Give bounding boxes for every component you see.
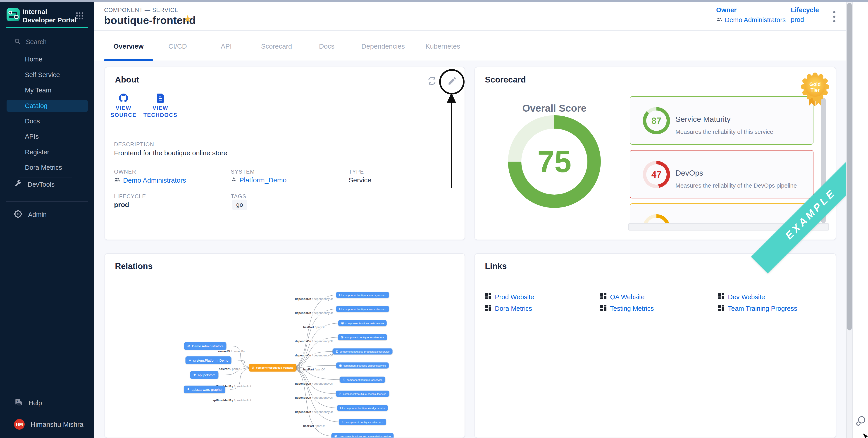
component-icon [252, 366, 254, 369]
sidebar-item-docs[interactable]: Docs [6, 115, 88, 127]
graph-node[interactable]: component:boutique-loadgenerator [337, 405, 388, 411]
avatar: HM [14, 419, 25, 430]
metric-gauge-ring: 47 [643, 161, 670, 188]
links-title: Links [485, 262, 507, 271]
relations-card: Relations ownerOf / ownedByhasPart / par… [104, 254, 465, 438]
edge-label: hasPart / partOf [302, 368, 326, 371]
refresh-icon[interactable] [427, 76, 437, 86]
graph-node[interactable]: system:Platform_Demo [186, 357, 231, 364]
sidebar-item-dora-metrics[interactable]: Dora Metrics [6, 161, 88, 174]
graph-node[interactable]: api:starwars-graphql [184, 385, 225, 393]
edge-label: dependsOn / dependencyOf [294, 297, 334, 301]
link-prod-website[interactable]: Prod Website [485, 293, 534, 301]
system-field-link[interactable]: Platform_Demo [231, 176, 286, 184]
owner-link[interactable]: Demo Administrators [716, 16, 786, 24]
link-dora-metrics[interactable]: Dora Metrics [485, 305, 532, 312]
graph-node[interactable]: component:boutique-productcatalogservice [333, 348, 393, 355]
about-title: About [115, 75, 139, 85]
graph-node[interactable]: component:boutique-adservice [340, 377, 385, 383]
graph-node[interactable]: component:boutique-emailservice [338, 334, 387, 340]
component-icon [339, 392, 341, 395]
graph-node[interactable]: Demo Administrators [184, 342, 226, 350]
annotation-arrowhead [447, 93, 456, 103]
search-input[interactable]: Search [14, 38, 46, 46]
metric-card-security-standards[interactable]: 74 Security Standards Measures how secur… [630, 203, 813, 224]
metric-score: 74 [651, 223, 662, 224]
metric-description: Measures the reliability of this service [676, 128, 773, 135]
sidebar-item-catalog[interactable]: Catalog [6, 100, 88, 112]
more-options-kebab-icon[interactable] [831, 10, 838, 25]
sidebar-item-label: Register [25, 148, 49, 156]
sidebar-divider [20, 177, 72, 177]
chat-bubbles-icon[interactable] [855, 415, 867, 428]
annotation-arrow [451, 102, 452, 188]
tab-dependencies[interactable]: Dependencies [361, 42, 405, 50]
tab-overview[interactable]: Overview [113, 42, 144, 50]
graph-node[interactable]: api:petstore [190, 371, 218, 379]
star-icon[interactable]: ★ [183, 13, 192, 24]
edge-label: dependsOn / dependencyOf [294, 311, 334, 315]
gold-tier-badge: Gold Tier [800, 72, 830, 109]
tab-kubernetes[interactable]: Kubernetes [425, 42, 460, 50]
graph-node-label: component:boutique-paymentservice [343, 308, 386, 310]
graph-node[interactable]: component:boutique-paymentservice [336, 306, 389, 312]
owner-value: Demo Administrators [725, 16, 786, 24]
tab-docs[interactable]: Docs [319, 42, 335, 50]
link-testing-metrics[interactable]: Testing Metrics [600, 305, 654, 312]
portal-title: Internal Developer Portal [23, 7, 77, 24]
edge-label: hasPart / partOf [302, 424, 326, 428]
sidebar-item-label: Catalog [25, 102, 48, 110]
group-icon [114, 176, 120, 184]
github-icon[interactable] [118, 93, 129, 103]
techdocs-icon[interactable] [155, 93, 166, 103]
apps-grid-icon[interactable] [75, 12, 84, 21]
sidebar-item-home[interactable]: Home [6, 53, 88, 65]
dashboard-icon [600, 293, 607, 301]
graph-node-label: component:boutique-shippingservice [343, 364, 386, 367]
tab-api[interactable]: API [221, 42, 232, 50]
graph-node[interactable]: component:boutique-recommendationservice [331, 433, 394, 438]
tab-scorecard[interactable]: Scorecard [261, 42, 292, 50]
graph-node-label: component:boutique-checkoutservice [343, 392, 386, 395]
graph-node[interactable]: component:boutique-shippingservice [336, 363, 389, 369]
page-scrollbar-thumb[interactable] [847, 3, 852, 330]
tab-cicd[interactable]: CI/CD [168, 42, 187, 50]
sidebar-divider [6, 201, 88, 202]
graph-node[interactable]: component:boutique-currencyservice [336, 292, 389, 298]
view-source-link[interactable]: VIEW SOURCE [105, 104, 142, 119]
graph-node-label: component:boutique-productcatalogservice [340, 350, 390, 353]
link-team-training-progress[interactable]: Team Training Progress [718, 305, 797, 312]
graph-node-label: component:boutique-currencyservice [343, 294, 386, 296]
sidebar-item-devtools[interactable]: DevTools [14, 180, 55, 189]
search-underline [20, 50, 72, 51]
dashboard-icon [485, 305, 491, 312]
tag-chip[interactable]: go [232, 200, 247, 210]
sidebar-item-apis[interactable]: APIs [6, 130, 88, 143]
os-top-strip [0, 0, 868, 2]
graph-node[interactable]: component:boutique-checkoutservice [336, 391, 389, 397]
sidebar-item-register[interactable]: Register [6, 146, 88, 158]
sidebar-item-admin[interactable]: Admin [14, 210, 46, 220]
link-qa-website[interactable]: QA Website [600, 293, 645, 301]
sidebar-item-self-service[interactable]: Self Service [6, 69, 88, 81]
lifecycle-meta: Lifecycle prod [791, 6, 819, 24]
owner-field-link[interactable]: Demo Administrators [114, 176, 186, 184]
sidebar-item-my-team[interactable]: My Team [6, 84, 88, 96]
edge-label: ownerOf / ownedBy [217, 349, 246, 353]
group-icon [187, 344, 190, 348]
graph-node[interactable]: component:boutique-frontend [249, 364, 297, 372]
graph-node[interactable]: component:boutique-cartservice [339, 419, 386, 425]
graph-node-label: system:Platform_Demo [193, 359, 228, 362]
app-root: Internal Developer Portal Search Home Se… [0, 0, 868, 438]
link-dev-website[interactable]: Dev Website [718, 293, 765, 301]
metric-score: 47 [651, 169, 662, 180]
sidebar-item-help[interactable]: ? Help [14, 398, 42, 408]
page-scrollbar-track[interactable] [846, 2, 852, 438]
scorecard-card: Scorecard Gold Tier Overall Score 7 [474, 67, 836, 240]
sidebar-item-label: My Team [25, 87, 51, 94]
user-menu[interactable]: HM Himanshu Mishra [14, 419, 83, 430]
metric-card-service-maturity[interactable]: 87 Service Maturity Measures the reliabi… [630, 96, 813, 145]
metric-card-devops[interactable]: 47 DevOps Measures the reliability of th… [630, 150, 813, 198]
view-techdocs-link[interactable]: VIEW TECHDOCS [141, 104, 180, 119]
graph-node[interactable]: component:boutique-redisservice [338, 320, 387, 326]
